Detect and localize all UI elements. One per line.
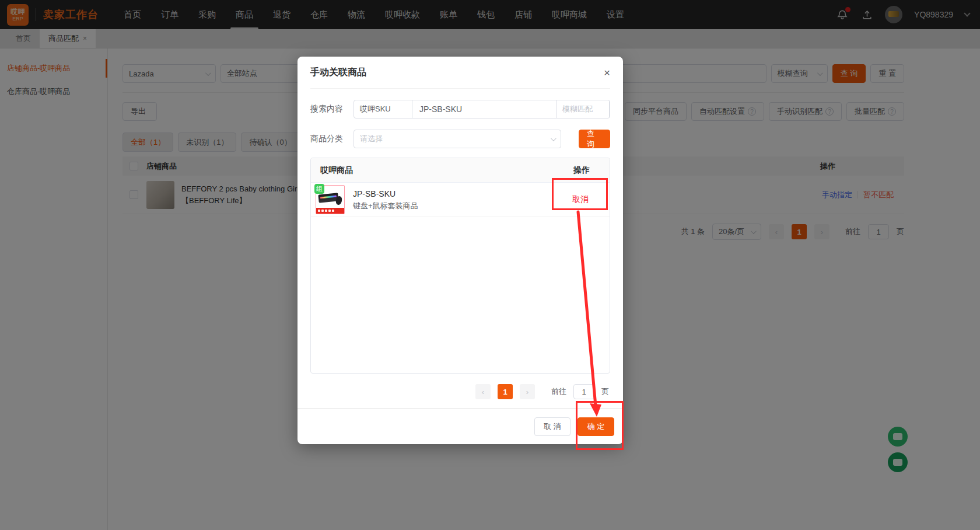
modal-prev-page-button[interactable]: ‹ bbox=[475, 384, 491, 399]
search-type-value: 哎呷SKU bbox=[360, 104, 391, 114]
list-row-name: 键盘+鼠标套装商品 bbox=[353, 200, 418, 212]
modal-next-page-button[interactable]: › bbox=[520, 384, 535, 399]
category-select[interactable]: 请选择 bbox=[354, 130, 561, 148]
modal-goto-label: 前往 bbox=[551, 386, 566, 397]
modal-close-icon[interactable]: × bbox=[604, 67, 610, 78]
bundle-badge: 组 bbox=[314, 184, 324, 194]
list-header: 哎呷商品 操作 bbox=[311, 158, 610, 183]
modal-pagination: ‹ 1 › 前往 页 bbox=[310, 384, 610, 399]
search-input-group: 哎呷SKU 模糊匹配 bbox=[354, 100, 610, 118]
category-label: 商品分类 bbox=[310, 134, 346, 144]
cancel-association-link[interactable]: 取消 bbox=[572, 194, 589, 205]
modal-goto-page-input[interactable] bbox=[573, 384, 594, 399]
category-placeholder: 请选择 bbox=[360, 134, 383, 144]
search-label: 搜索内容 bbox=[310, 104, 346, 114]
modal-query-button[interactable]: 查 询 bbox=[579, 130, 610, 148]
modal-footer: 取 消 确 定 bbox=[298, 408, 623, 444]
col-aiya-product: 哎呷商品 bbox=[320, 165, 353, 176]
modal-current-page[interactable]: 1 bbox=[498, 384, 513, 399]
modal-cancel-button[interactable]: 取 消 bbox=[534, 417, 570, 436]
list-row-sku: JP-SB-SKU bbox=[353, 188, 418, 200]
modal-product-list: 哎呷商品 操作 组 JP-SB-SKU 键盘+鼠标套装商品 取消 bbox=[310, 158, 610, 374]
modal-title: 手动关联商品 bbox=[310, 67, 366, 79]
match-mode-select[interactable]: 模糊匹配 bbox=[556, 100, 610, 118]
search-type-select[interactable]: 哎呷SKU bbox=[354, 100, 412, 118]
promo-strip bbox=[316, 208, 344, 214]
modal-header: 手动关联商品 × bbox=[310, 57, 610, 89]
list-row: 组 JP-SB-SKU 键盘+鼠标套装商品 取消 bbox=[311, 183, 610, 217]
manual-associate-modal: 手动关联商品 × 搜索内容 哎呷SKU 模糊匹配 商品分类 请选择 查 询 哎呷… bbox=[298, 57, 623, 444]
col-operation: 操作 bbox=[573, 165, 590, 176]
caret-down-icon bbox=[551, 135, 556, 141]
match-mode-value: 模糊匹配 bbox=[562, 104, 593, 114]
modal-category-row: 商品分类 请选择 查 询 bbox=[310, 130, 610, 148]
keyboard-mouse-thumbnail: 组 bbox=[316, 185, 345, 214]
modal-confirm-button[interactable]: 确 定 bbox=[578, 417, 614, 436]
sku-search-input[interactable] bbox=[412, 100, 556, 118]
modal-page-unit-label: 页 bbox=[601, 386, 609, 397]
modal-search-row: 搜索内容 哎呷SKU 模糊匹配 bbox=[310, 100, 610, 118]
